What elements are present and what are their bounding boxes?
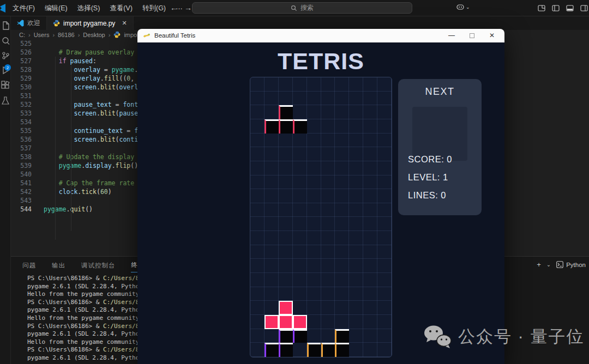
tetris-block — [279, 119, 293, 134]
line-number: 534 — [11, 118, 32, 126]
vscode-logo-icon — [17, 20, 24, 27]
global-search-input[interactable]: 搜索 — [192, 2, 412, 14]
breadcrumb-separator: › — [52, 32, 55, 38]
tetris-block — [279, 301, 293, 315]
python-icon — [113, 31, 121, 38]
line-text: overlay = pygame.Su — [44, 66, 146, 74]
terminal-text: pygame 2.6.1 (SDL 2.28.4, Python 3 — [27, 283, 150, 290]
toggle-panel-icon[interactable] — [566, 4, 574, 12]
tetris-window-title: Beautiful Tetris — [154, 32, 195, 39]
terminal-line: Hello from the pygame community. h — [27, 338, 150, 347]
code-token — [44, 57, 59, 65]
line-text: screen.blit(continu — [44, 136, 146, 143]
menu-bar: 文件(F)编辑(E)选择(S)查看(V)转到(G)⋯ — [8, 0, 188, 16]
breadcrumb-item[interactable]: C: — [19, 32, 25, 38]
terminal-line: PS C:\Users\86186> & C:/Users/8618 — [27, 346, 150, 354]
code-token: paused — [70, 57, 93, 65]
indent-guide — [71, 65, 71, 231]
menu-item[interactable]: 查看(V) — [105, 2, 137, 15]
code-token: # Draw pause overlay — [44, 48, 134, 56]
terminal-text: PS C:\Users\86186> & — [27, 299, 103, 306]
code-token: . — [97, 136, 100, 143]
tetris-block — [335, 343, 349, 357]
testing-icon[interactable] — [1, 96, 10, 106]
line-number: 532 — [11, 101, 32, 108]
tetris-block — [265, 119, 279, 134]
code-token: screen — [74, 110, 97, 117]
code-token: . — [97, 83, 100, 91]
code-token: tick — [81, 188, 97, 196]
tab-欢迎[interactable]: 欢迎 — [11, 16, 47, 30]
code-token: pause_text — [74, 101, 111, 108]
search-sidebar-icon[interactable] — [1, 36, 10, 46]
customize-layout-icon[interactable] — [538, 4, 545, 12]
copilot-icon — [456, 3, 465, 11]
new-terminal-button[interactable]: + — [537, 260, 541, 269]
terminal-list-entry[interactable]: Python — [556, 261, 586, 268]
tetris-game-title: TETRIS — [137, 48, 504, 75]
terminal-line: PS C:\Users\86186> & C:/Users/8618 — [27, 299, 150, 307]
line-text: overlay.fill((0, 0, — [44, 75, 146, 82]
pygame-icon — [143, 32, 151, 39]
breadcrumb-item[interactable]: Users — [34, 32, 50, 38]
tetris-window-titlebar[interactable]: Beautiful Tetris — ✕ — [137, 29, 504, 43]
line-number: 539 — [11, 162, 32, 169]
toggle-sidebar-icon[interactable] — [552, 4, 560, 12]
line-number: 528 — [11, 66, 32, 74]
nav-back-icon[interactable]: ← — [170, 3, 178, 12]
extensions-icon[interactable] — [1, 80, 10, 90]
tab-import pygame.py[interactable]: import pygame.py✕ — [47, 16, 134, 30]
code-token: blit — [100, 83, 116, 91]
code-token — [44, 66, 74, 74]
menu-item[interactable]: 编辑(E) — [40, 2, 73, 15]
copilot-button[interactable]: ⌄ — [456, 3, 470, 11]
menu-item[interactable]: 转到(G) — [137, 2, 171, 15]
line-text: # Update the display — [44, 153, 134, 161]
line-number: 542 — [11, 188, 32, 196]
terminal-line: PS C:\Users\86186> & C:/Users/8618 — [27, 323, 150, 331]
tetris-block — [335, 329, 349, 343]
line-text: continue_text = fon — [44, 127, 146, 135]
search-icon — [291, 5, 297, 11]
code-token — [44, 127, 74, 135]
code-token: ( — [116, 136, 119, 143]
terminal-line: Hello from the pygame community. h — [27, 314, 150, 323]
search-placeholder: 搜索 — [300, 3, 314, 13]
menu-item[interactable]: 选择(S) — [73, 2, 105, 15]
panel-tab-输出[interactable]: 输出 — [51, 258, 66, 272]
editor-tab-bar: 欢迎import pygame.py✕ — [11, 16, 589, 30]
code-token: ) — [108, 188, 112, 196]
code-token — [44, 110, 74, 117]
terminal-output[interactable]: PS C:\Users\86186> & C:/Users/8618pygame… — [27, 275, 150, 362]
close-tab-icon[interactable]: ✕ — [122, 20, 127, 27]
panel-tab-问题[interactable]: 问题 — [22, 258, 37, 272]
close-button[interactable]: ✕ — [489, 32, 495, 39]
code-token: quit — [70, 205, 85, 213]
watermark-text: 公众号 · 量子位 — [458, 325, 585, 348]
line-number: 538 — [11, 153, 32, 161]
breadcrumb-separator: › — [28, 32, 31, 38]
code-token: (( — [119, 75, 127, 82]
tetris-game-area: TETRIS NEXT SCORE: 0LEVEL: 1LINES: 0 — [137, 43, 504, 364]
breadcrumb-item[interactable]: 86186 — [58, 32, 75, 38]
tetris-board — [250, 77, 392, 357]
code-token: : — [93, 57, 97, 65]
nav-forward-icon[interactable]: → — [184, 3, 192, 12]
panel-tab-调试控制台[interactable]: 调试控制台 — [81, 258, 116, 272]
breadcrumb-item[interactable]: Desktop — [83, 32, 105, 38]
code-token — [44, 136, 74, 143]
menu-item[interactable]: 文件(F) — [8, 2, 40, 15]
minimize-button[interactable]: — — [448, 33, 455, 38]
explorer-icon[interactable] — [1, 21, 10, 31]
maximize-button[interactable] — [470, 33, 474, 38]
toggle-secondary-sidebar-icon[interactable] — [580, 4, 588, 12]
line-text: if paused: — [44, 57, 97, 65]
tetris-block — [265, 343, 279, 357]
terminal-dropdown-icon[interactable]: ⌄ — [546, 262, 551, 268]
line-number: 529 — [11, 75, 32, 82]
code-token: = — [100, 66, 112, 74]
source-control-icon[interactable] — [1, 51, 10, 60]
code-token: screen — [74, 136, 97, 143]
terminal-text: PS C:\Users\86186> & — [27, 275, 103, 282]
tetris-block — [279, 329, 293, 343]
